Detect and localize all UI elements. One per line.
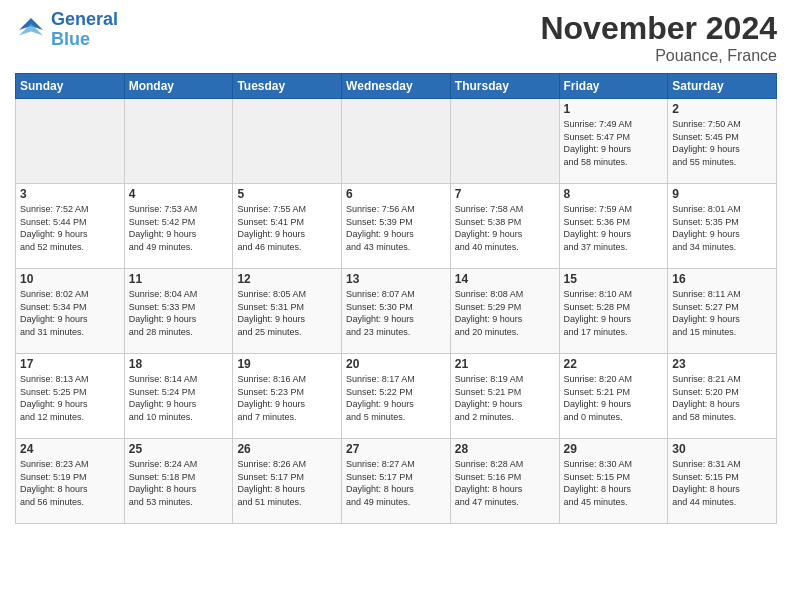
day-info: Sunrise: 8:07 AM Sunset: 5:30 PM Dayligh… <box>346 288 446 338</box>
day-number: 10 <box>20 272 120 286</box>
weekday-header-row: SundayMondayTuesdayWednesdayThursdayFrid… <box>16 74 777 99</box>
day-info: Sunrise: 8:04 AM Sunset: 5:33 PM Dayligh… <box>129 288 229 338</box>
day-info: Sunrise: 8:14 AM Sunset: 5:24 PM Dayligh… <box>129 373 229 423</box>
day-number: 30 <box>672 442 772 456</box>
calendar-cell: 6Sunrise: 7:56 AM Sunset: 5:39 PM Daylig… <box>342 184 451 269</box>
weekday-header-thursday: Thursday <box>450 74 559 99</box>
calendar-cell: 19Sunrise: 8:16 AM Sunset: 5:23 PM Dayli… <box>233 354 342 439</box>
calendar-cell: 24Sunrise: 8:23 AM Sunset: 5:19 PM Dayli… <box>16 439 125 524</box>
day-info: Sunrise: 8:31 AM Sunset: 5:15 PM Dayligh… <box>672 458 772 508</box>
day-info: Sunrise: 8:28 AM Sunset: 5:16 PM Dayligh… <box>455 458 555 508</box>
day-info: Sunrise: 8:11 AM Sunset: 5:27 PM Dayligh… <box>672 288 772 338</box>
calendar-cell: 8Sunrise: 7:59 AM Sunset: 5:36 PM Daylig… <box>559 184 668 269</box>
day-info: Sunrise: 8:13 AM Sunset: 5:25 PM Dayligh… <box>20 373 120 423</box>
calendar-week-3: 10Sunrise: 8:02 AM Sunset: 5:34 PM Dayli… <box>16 269 777 354</box>
day-info: Sunrise: 8:23 AM Sunset: 5:19 PM Dayligh… <box>20 458 120 508</box>
day-number: 25 <box>129 442 229 456</box>
calendar-cell <box>342 99 451 184</box>
calendar-cell: 28Sunrise: 8:28 AM Sunset: 5:16 PM Dayli… <box>450 439 559 524</box>
day-info: Sunrise: 8:17 AM Sunset: 5:22 PM Dayligh… <box>346 373 446 423</box>
calendar-cell: 10Sunrise: 8:02 AM Sunset: 5:34 PM Dayli… <box>16 269 125 354</box>
calendar-cell: 3Sunrise: 7:52 AM Sunset: 5:44 PM Daylig… <box>16 184 125 269</box>
calendar-cell: 11Sunrise: 8:04 AM Sunset: 5:33 PM Dayli… <box>124 269 233 354</box>
logo-text: General Blue <box>51 10 118 50</box>
location: Pouance, France <box>540 47 777 65</box>
day-number: 2 <box>672 102 772 116</box>
weekday-header-sunday: Sunday <box>16 74 125 99</box>
day-number: 28 <box>455 442 555 456</box>
calendar-cell: 16Sunrise: 8:11 AM Sunset: 5:27 PM Dayli… <box>668 269 777 354</box>
day-number: 17 <box>20 357 120 371</box>
calendar-cell: 2Sunrise: 7:50 AM Sunset: 5:45 PM Daylig… <box>668 99 777 184</box>
day-number: 23 <box>672 357 772 371</box>
day-info: Sunrise: 7:58 AM Sunset: 5:38 PM Dayligh… <box>455 203 555 253</box>
day-number: 27 <box>346 442 446 456</box>
day-number: 7 <box>455 187 555 201</box>
day-info: Sunrise: 8:02 AM Sunset: 5:34 PM Dayligh… <box>20 288 120 338</box>
calendar-cell: 29Sunrise: 8:30 AM Sunset: 5:15 PM Dayli… <box>559 439 668 524</box>
day-info: Sunrise: 8:10 AM Sunset: 5:28 PM Dayligh… <box>564 288 664 338</box>
day-number: 19 <box>237 357 337 371</box>
day-info: Sunrise: 8:27 AM Sunset: 5:17 PM Dayligh… <box>346 458 446 508</box>
day-info: Sunrise: 8:05 AM Sunset: 5:31 PM Dayligh… <box>237 288 337 338</box>
calendar-cell: 12Sunrise: 8:05 AM Sunset: 5:31 PM Dayli… <box>233 269 342 354</box>
calendar-cell: 1Sunrise: 7:49 AM Sunset: 5:47 PM Daylig… <box>559 99 668 184</box>
header: General Blue November 2024 Pouance, Fran… <box>15 10 777 65</box>
calendar-cell <box>16 99 125 184</box>
logo-icon <box>15 14 47 46</box>
calendar-cell: 25Sunrise: 8:24 AM Sunset: 5:18 PM Dayli… <box>124 439 233 524</box>
day-info: Sunrise: 7:56 AM Sunset: 5:39 PM Dayligh… <box>346 203 446 253</box>
weekday-header-friday: Friday <box>559 74 668 99</box>
day-number: 29 <box>564 442 664 456</box>
calendar-table: SundayMondayTuesdayWednesdayThursdayFrid… <box>15 73 777 524</box>
day-info: Sunrise: 8:30 AM Sunset: 5:15 PM Dayligh… <box>564 458 664 508</box>
day-info: Sunrise: 8:21 AM Sunset: 5:20 PM Dayligh… <box>672 373 772 423</box>
calendar-cell: 20Sunrise: 8:17 AM Sunset: 5:22 PM Dayli… <box>342 354 451 439</box>
day-number: 22 <box>564 357 664 371</box>
calendar-week-4: 17Sunrise: 8:13 AM Sunset: 5:25 PM Dayli… <box>16 354 777 439</box>
calendar-week-5: 24Sunrise: 8:23 AM Sunset: 5:19 PM Dayli… <box>16 439 777 524</box>
page-container: General Blue November 2024 Pouance, Fran… <box>0 0 792 534</box>
day-number: 13 <box>346 272 446 286</box>
day-info: Sunrise: 7:52 AM Sunset: 5:44 PM Dayligh… <box>20 203 120 253</box>
calendar-cell: 18Sunrise: 8:14 AM Sunset: 5:24 PM Dayli… <box>124 354 233 439</box>
calendar-cell <box>233 99 342 184</box>
calendar-cell: 9Sunrise: 8:01 AM Sunset: 5:35 PM Daylig… <box>668 184 777 269</box>
calendar-cell: 5Sunrise: 7:55 AM Sunset: 5:41 PM Daylig… <box>233 184 342 269</box>
day-info: Sunrise: 7:59 AM Sunset: 5:36 PM Dayligh… <box>564 203 664 253</box>
calendar-cell: 21Sunrise: 8:19 AM Sunset: 5:21 PM Dayli… <box>450 354 559 439</box>
day-number: 3 <box>20 187 120 201</box>
day-number: 6 <box>346 187 446 201</box>
weekday-header-monday: Monday <box>124 74 233 99</box>
calendar-cell: 13Sunrise: 8:07 AM Sunset: 5:30 PM Dayli… <box>342 269 451 354</box>
day-number: 8 <box>564 187 664 201</box>
day-info: Sunrise: 7:55 AM Sunset: 5:41 PM Dayligh… <box>237 203 337 253</box>
calendar-cell: 23Sunrise: 8:21 AM Sunset: 5:20 PM Dayli… <box>668 354 777 439</box>
calendar-cell <box>450 99 559 184</box>
weekday-header-tuesday: Tuesday <box>233 74 342 99</box>
day-number: 1 <box>564 102 664 116</box>
calendar-cell: 30Sunrise: 8:31 AM Sunset: 5:15 PM Dayli… <box>668 439 777 524</box>
calendar-cell: 4Sunrise: 7:53 AM Sunset: 5:42 PM Daylig… <box>124 184 233 269</box>
day-info: Sunrise: 8:19 AM Sunset: 5:21 PM Dayligh… <box>455 373 555 423</box>
calendar-cell: 26Sunrise: 8:26 AM Sunset: 5:17 PM Dayli… <box>233 439 342 524</box>
weekday-header-saturday: Saturday <box>668 74 777 99</box>
day-info: Sunrise: 7:50 AM Sunset: 5:45 PM Dayligh… <box>672 118 772 168</box>
day-number: 12 <box>237 272 337 286</box>
day-info: Sunrise: 8:24 AM Sunset: 5:18 PM Dayligh… <box>129 458 229 508</box>
day-info: Sunrise: 7:53 AM Sunset: 5:42 PM Dayligh… <box>129 203 229 253</box>
calendar-cell: 15Sunrise: 8:10 AM Sunset: 5:28 PM Dayli… <box>559 269 668 354</box>
day-number: 11 <box>129 272 229 286</box>
day-info: Sunrise: 8:01 AM Sunset: 5:35 PM Dayligh… <box>672 203 772 253</box>
day-number: 5 <box>237 187 337 201</box>
day-number: 15 <box>564 272 664 286</box>
logo: General Blue <box>15 10 118 50</box>
day-number: 4 <box>129 187 229 201</box>
day-number: 18 <box>129 357 229 371</box>
calendar-cell: 17Sunrise: 8:13 AM Sunset: 5:25 PM Dayli… <box>16 354 125 439</box>
day-number: 20 <box>346 357 446 371</box>
title-block: November 2024 Pouance, France <box>540 10 777 65</box>
day-number: 9 <box>672 187 772 201</box>
calendar-cell: 22Sunrise: 8:20 AM Sunset: 5:21 PM Dayli… <box>559 354 668 439</box>
day-info: Sunrise: 8:16 AM Sunset: 5:23 PM Dayligh… <box>237 373 337 423</box>
